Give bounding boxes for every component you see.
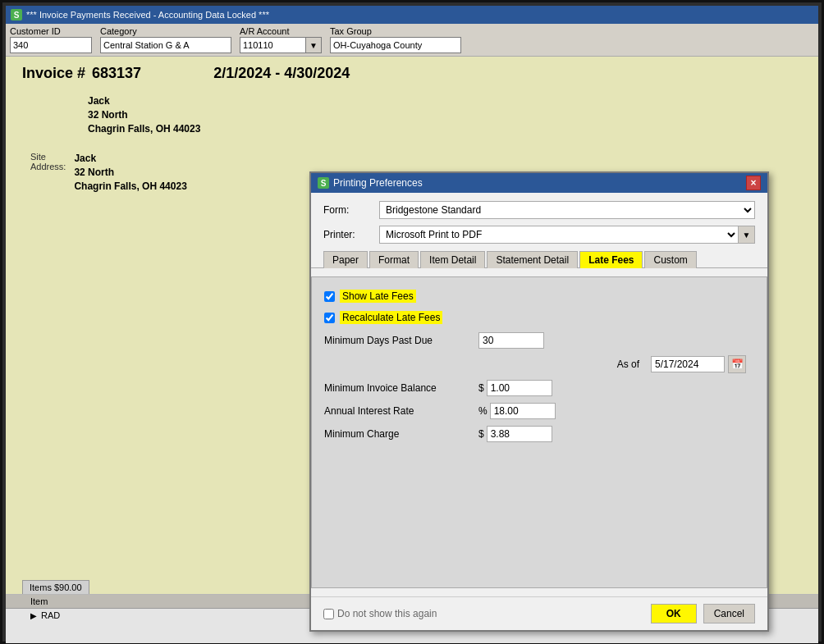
- annual-interest-rate-prefix: %: [478, 405, 488, 417]
- minimum-charge-label: Minimum Charge: [324, 428, 472, 440]
- tab-item-detail[interactable]: Item Detail: [420, 251, 485, 268]
- as-of-input[interactable]: [651, 356, 725, 372]
- main-content: Customer ID Category A/R Account ▼ Tax G…: [6, 24, 818, 643]
- printer-field-label: Printer:: [323, 229, 373, 240]
- min-invoice-balance-row: Minimum Invoice Balance $: [324, 380, 754, 396]
- recalculate-late-fees-label: Recalculate Late Fees: [340, 311, 442, 324]
- title-bar-text: *** Invoice Payments Received - Accounti…: [26, 10, 269, 20]
- minimum-charge-container: $: [478, 426, 552, 442]
- recalculate-late-fees-checkbox[interactable]: [324, 313, 335, 323]
- min-days-past-due-input[interactable]: [478, 332, 544, 349]
- tab-late-fees[interactable]: Late Fees: [579, 251, 643, 268]
- category-label: Category: [100, 26, 231, 36]
- customer-id-input[interactable]: [10, 37, 92, 53]
- customer-id-group: Customer ID: [10, 26, 92, 53]
- printer-select[interactable]: Microsoft Print to PDF: [379, 226, 739, 244]
- category-input[interactable]: [100, 37, 231, 53]
- outer-frame: S *** Invoice Payments Received - Accoun…: [0, 0, 824, 644]
- show-late-fees-row: Show Late Fees: [324, 290, 754, 303]
- tab-custom[interactable]: Custom: [644, 251, 696, 268]
- ok-button[interactable]: OK: [651, 604, 697, 623]
- printer-field-row: Printer: Microsoft Print to PDF ▼: [323, 226, 755, 244]
- title-bar: S *** Invoice Payments Received - Accoun…: [6, 6, 818, 24]
- modal-title-bar-left: S Printing Preferences: [318, 177, 423, 189]
- annual-interest-rate-input[interactable]: [490, 403, 556, 419]
- annual-interest-rate-label: Annual Interest Rate: [324, 405, 472, 417]
- printer-dropdown-btn[interactable]: ▼: [739, 226, 755, 244]
- show-late-fees-checkbox[interactable]: [324, 291, 335, 302]
- as-of-label: As of: [617, 359, 639, 370]
- do-not-show-row: Do not show this again: [323, 608, 644, 619]
- minimum-charge-row: Minimum Charge $: [324, 426, 754, 442]
- modal-close-button[interactable]: ×: [746, 176, 761, 190]
- modal-body: Form: Bridgestone Standard Printer: Micr…: [311, 193, 767, 596]
- late-fees-tab-content: Show Late Fees Recalculate Late Fees Min…: [311, 276, 767, 588]
- annual-interest-rate-row: Annual Interest Rate %: [324, 403, 754, 419]
- do-not-show-label: Do not show this again: [337, 608, 437, 619]
- min-days-past-due-row: Minimum Days Past Due: [324, 332, 754, 349]
- calendar-btn[interactable]: 📅: [728, 355, 746, 373]
- tax-group-label: Tax Group: [330, 26, 461, 36]
- printing-preferences-modal: S Printing Preferences × Form: Bridgesto…: [309, 171, 769, 632]
- min-invoice-balance-prefix: $: [478, 382, 484, 394]
- app-icon: S: [11, 9, 22, 21]
- ar-account-input[interactable]: [240, 37, 305, 53]
- do-not-show-checkbox[interactable]: [323, 609, 334, 619]
- tabs-row: Paper Format Item Detail Statement Detai…: [311, 250, 767, 268]
- show-late-fees-label: Show Late Fees: [340, 290, 416, 303]
- tab-statement-detail[interactable]: Statement Detail: [487, 251, 578, 268]
- modal-app-icon: S: [318, 177, 329, 189]
- toolbar-row: Customer ID Category A/R Account ▼ Tax G…: [6, 24, 818, 57]
- tab-paper[interactable]: Paper: [323, 251, 368, 268]
- form-field-label: Form:: [323, 204, 373, 216]
- min-invoice-balance-label: Minimum Invoice Balance: [324, 382, 472, 394]
- recalculate-late-fees-row: Recalculate Late Fees: [324, 311, 754, 324]
- invoice-area: Invoice # 683137 2/1/2024 - 4/30/2024 Ja…: [6, 57, 818, 643]
- min-days-past-due-label: Minimum Days Past Due: [324, 335, 472, 346]
- minimum-charge-input[interactable]: [487, 426, 552, 442]
- annual-interest-rate-container: %: [478, 403, 556, 419]
- modal-title: Printing Preferences: [333, 177, 423, 189]
- ar-account-field: ▼: [240, 37, 322, 53]
- min-invoice-balance-input[interactable]: [487, 380, 552, 396]
- tax-group-group: Tax Group: [330, 26, 461, 53]
- modal-footer: Do not show this again OK Cancel: [311, 596, 767, 630]
- cancel-button[interactable]: Cancel: [703, 604, 755, 623]
- tab-format[interactable]: Format: [369, 251, 419, 268]
- form-field-row: Form: Bridgestone Standard: [323, 201, 755, 219]
- category-group: Category: [100, 26, 231, 53]
- modal-title-bar: S Printing Preferences ×: [311, 173, 767, 193]
- printer-select-container: Microsoft Print to PDF ▼: [379, 226, 755, 244]
- ar-account-label: A/R Account: [240, 26, 322, 36]
- minimum-charge-prefix: $: [478, 428, 484, 440]
- as-of-row: As of 📅: [324, 355, 746, 373]
- ar-account-btn[interactable]: ▼: [305, 37, 322, 53]
- as-of-date-container: 📅: [651, 355, 746, 373]
- ar-account-group: A/R Account ▼: [240, 26, 322, 53]
- min-invoice-balance-container: $: [478, 380, 552, 396]
- form-select[interactable]: Bridgestone Standard: [379, 201, 755, 219]
- form-select-container: Bridgestone Standard: [379, 201, 755, 219]
- customer-id-label: Customer ID: [10, 26, 92, 36]
- tax-group-input[interactable]: [330, 37, 461, 53]
